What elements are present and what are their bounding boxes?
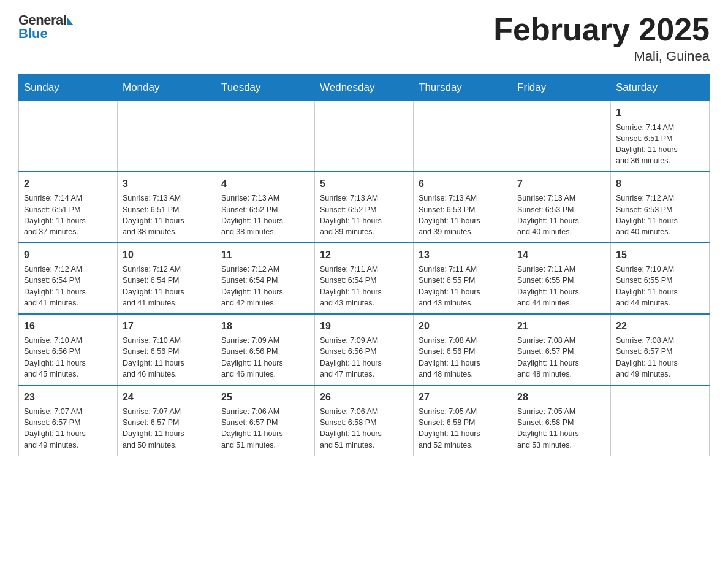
day-cell: 23Sunrise: 7:07 AM Sunset: 6:57 PM Dayli…: [19, 385, 118, 456]
day-cell: [414, 101, 512, 172]
day-info: Sunrise: 7:09 AM Sunset: 6:56 PM Dayligh…: [221, 335, 309, 380]
day-info: Sunrise: 7:12 AM Sunset: 6:54 PM Dayligh…: [221, 264, 309, 308]
day-cell: 27Sunrise: 7:05 AM Sunset: 6:58 PM Dayli…: [414, 385, 512, 456]
day-cell: [315, 101, 414, 172]
day-cell: 9Sunrise: 7:12 AM Sunset: 6:54 PM Daylig…: [19, 243, 118, 314]
day-info: Sunrise: 7:09 AM Sunset: 6:56 PM Dayligh…: [320, 335, 408, 380]
day-info: Sunrise: 7:13 AM Sunset: 6:52 PM Dayligh…: [221, 193, 309, 237]
day-cell: 17Sunrise: 7:10 AM Sunset: 6:56 PM Dayli…: [118, 314, 216, 385]
day-number: 20: [419, 320, 507, 333]
week-row-3: 9Sunrise: 7:12 AM Sunset: 6:54 PM Daylig…: [19, 243, 710, 314]
column-header-tuesday: Tuesday: [216, 75, 315, 101]
day-cell: 12Sunrise: 7:11 AM Sunset: 6:54 PM Dayli…: [315, 243, 414, 314]
logo-arrow-icon: [67, 18, 74, 25]
day-info: Sunrise: 7:07 AM Sunset: 6:57 PM Dayligh…: [24, 406, 112, 451]
day-info: Sunrise: 7:13 AM Sunset: 6:53 PM Dayligh…: [419, 193, 507, 237]
day-cell: [118, 101, 216, 172]
day-info: Sunrise: 7:11 AM Sunset: 6:55 PM Dayligh…: [419, 264, 507, 308]
day-cell: 15Sunrise: 7:10 AM Sunset: 6:55 PM Dayli…: [611, 243, 710, 314]
column-header-friday: Friday: [512, 75, 611, 101]
day-info: Sunrise: 7:13 AM Sunset: 6:51 PM Dayligh…: [123, 193, 211, 237]
day-number: 22: [616, 320, 704, 333]
day-number: 18: [221, 320, 309, 333]
day-cell: 5Sunrise: 7:13 AM Sunset: 6:52 PM Daylig…: [315, 172, 414, 243]
day-number: 16: [24, 320, 112, 333]
day-info: Sunrise: 7:13 AM Sunset: 6:52 PM Dayligh…: [320, 193, 408, 237]
day-number: 9: [24, 248, 112, 262]
day-number: 10: [123, 248, 211, 262]
day-info: Sunrise: 7:05 AM Sunset: 6:58 PM Dayligh…: [517, 406, 605, 451]
week-row-1: 1Sunrise: 7:14 AM Sunset: 6:51 PM Daylig…: [19, 101, 710, 172]
day-cell: 3Sunrise: 7:13 AM Sunset: 6:51 PM Daylig…: [118, 172, 216, 243]
day-number: 8: [616, 177, 704, 191]
day-info: Sunrise: 7:12 AM Sunset: 6:54 PM Dayligh…: [123, 264, 211, 308]
day-info: Sunrise: 7:11 AM Sunset: 6:54 PM Dayligh…: [320, 264, 408, 308]
day-cell: [216, 101, 315, 172]
day-cell: 2Sunrise: 7:14 AM Sunset: 6:51 PM Daylig…: [19, 172, 118, 243]
day-number: 27: [419, 391, 507, 404]
calendar-header-row: SundayMondayTuesdayWednesdayThursdayFrid…: [19, 75, 710, 101]
day-cell: 26Sunrise: 7:06 AM Sunset: 6:58 PM Dayli…: [315, 385, 414, 456]
day-number: 17: [123, 320, 211, 333]
day-number: 23: [24, 391, 112, 404]
column-header-sunday: Sunday: [19, 75, 118, 101]
day-cell: 1Sunrise: 7:14 AM Sunset: 6:51 PM Daylig…: [611, 101, 710, 172]
day-cell: 6Sunrise: 7:13 AM Sunset: 6:53 PM Daylig…: [414, 172, 512, 243]
day-info: Sunrise: 7:08 AM Sunset: 6:57 PM Dayligh…: [616, 335, 704, 380]
day-cell: 11Sunrise: 7:12 AM Sunset: 6:54 PM Dayli…: [216, 243, 315, 314]
month-title: February 2025: [493, 12, 710, 47]
week-row-4: 16Sunrise: 7:10 AM Sunset: 6:56 PM Dayli…: [19, 314, 710, 385]
day-cell: 19Sunrise: 7:09 AM Sunset: 6:56 PM Dayli…: [315, 314, 414, 385]
day-number: 13: [419, 248, 507, 262]
day-cell: 20Sunrise: 7:08 AM Sunset: 6:56 PM Dayli…: [414, 314, 512, 385]
day-cell: 28Sunrise: 7:05 AM Sunset: 6:58 PM Dayli…: [512, 385, 611, 456]
day-info: Sunrise: 7:08 AM Sunset: 6:57 PM Dayligh…: [517, 335, 605, 380]
day-info: Sunrise: 7:10 AM Sunset: 6:56 PM Dayligh…: [24, 335, 112, 380]
week-row-2: 2Sunrise: 7:14 AM Sunset: 6:51 PM Daylig…: [19, 172, 710, 243]
day-cell: 16Sunrise: 7:10 AM Sunset: 6:56 PM Dayli…: [19, 314, 118, 385]
day-number: 26: [320, 391, 408, 404]
day-cell: 10Sunrise: 7:12 AM Sunset: 6:54 PM Dayli…: [118, 243, 216, 314]
day-info: Sunrise: 7:05 AM Sunset: 6:58 PM Dayligh…: [419, 406, 507, 451]
day-cell: [512, 101, 611, 172]
day-number: 2: [24, 177, 112, 191]
day-info: Sunrise: 7:10 AM Sunset: 6:56 PM Dayligh…: [123, 335, 211, 380]
day-info: Sunrise: 7:12 AM Sunset: 6:54 PM Dayligh…: [24, 264, 112, 308]
day-number: 1: [616, 106, 704, 120]
day-number: 25: [221, 391, 309, 404]
calendar-table: SundayMondayTuesdayWednesdayThursdayFrid…: [18, 74, 710, 456]
day-number: 11: [221, 248, 309, 262]
day-info: Sunrise: 7:14 AM Sunset: 6:51 PM Dayligh…: [616, 122, 704, 167]
day-cell: 21Sunrise: 7:08 AM Sunset: 6:57 PM Dayli…: [512, 314, 611, 385]
day-info: Sunrise: 7:13 AM Sunset: 6:53 PM Dayligh…: [517, 193, 605, 237]
day-cell: 7Sunrise: 7:13 AM Sunset: 6:53 PM Daylig…: [512, 172, 611, 243]
week-row-5: 23Sunrise: 7:07 AM Sunset: 6:57 PM Dayli…: [19, 385, 710, 456]
day-number: 12: [320, 248, 408, 262]
day-number: 15: [616, 248, 704, 262]
logo: General Blue: [18, 12, 74, 42]
logo-blue-text: Blue: [18, 26, 48, 42]
day-cell: 25Sunrise: 7:06 AM Sunset: 6:57 PM Dayli…: [216, 385, 315, 456]
column-header-saturday: Saturday: [611, 75, 710, 101]
day-cell: [611, 385, 710, 456]
column-header-wednesday: Wednesday: [315, 75, 414, 101]
day-cell: [19, 101, 118, 172]
page-header: General Blue February 2025 Mali, Guinea: [18, 12, 710, 64]
title-section: February 2025 Mali, Guinea: [493, 12, 710, 64]
day-cell: 13Sunrise: 7:11 AM Sunset: 6:55 PM Dayli…: [414, 243, 512, 314]
day-number: 3: [123, 177, 211, 191]
day-info: Sunrise: 7:08 AM Sunset: 6:56 PM Dayligh…: [419, 335, 507, 380]
day-cell: 18Sunrise: 7:09 AM Sunset: 6:56 PM Dayli…: [216, 314, 315, 385]
column-header-monday: Monday: [118, 75, 216, 101]
day-number: 28: [517, 391, 605, 404]
day-number: 21: [517, 320, 605, 333]
day-number: 14: [517, 248, 605, 262]
day-info: Sunrise: 7:10 AM Sunset: 6:55 PM Dayligh…: [616, 264, 704, 308]
column-header-thursday: Thursday: [414, 75, 512, 101]
location-text: Mali, Guinea: [493, 48, 710, 64]
day-number: 4: [221, 177, 309, 191]
day-number: 5: [320, 177, 408, 191]
day-info: Sunrise: 7:06 AM Sunset: 6:58 PM Dayligh…: [320, 406, 408, 451]
day-cell: 8Sunrise: 7:12 AM Sunset: 6:53 PM Daylig…: [611, 172, 710, 243]
day-number: 6: [419, 177, 507, 191]
